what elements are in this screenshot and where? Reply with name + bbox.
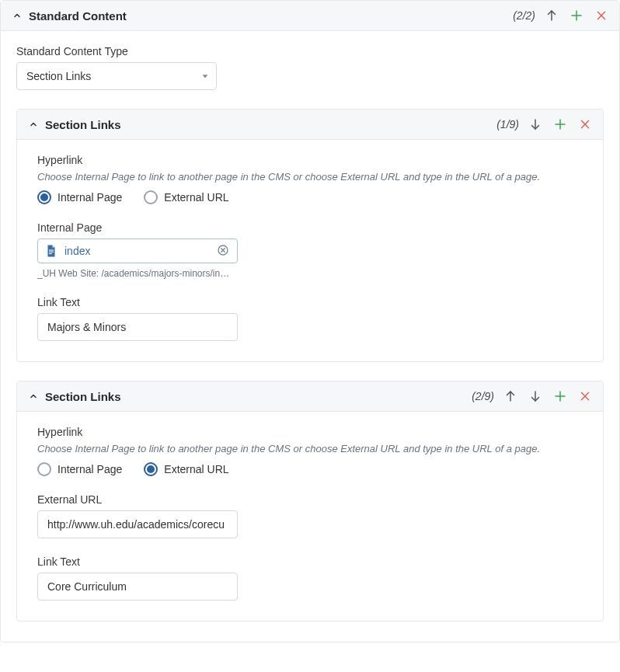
panel-actions (545, 9, 608, 23)
hyperlink-radio-group: Internal Page External URL (37, 462, 583, 476)
chevron-up-icon[interactable] (28, 391, 39, 402)
panel-count: (2/2) (513, 9, 535, 22)
remove-icon[interactable] (578, 117, 592, 131)
standard-content-type-label: Standard Content Type (16, 45, 604, 57)
internal-page-value: index (64, 245, 211, 257)
hyperlink-help: Choose Internal Page to link to another … (37, 171, 583, 183)
radio-icon (144, 462, 158, 476)
radio-icon (37, 462, 51, 476)
panel-title: Standard Content (29, 9, 513, 23)
section-links-body: Hyperlink Choose Internal Page to link t… (17, 412, 603, 621)
external-url-input[interactable] (37, 510, 238, 538)
radio-label: Internal Page (57, 463, 122, 475)
radio-label: External URL (164, 463, 228, 475)
link-text-input[interactable] (37, 573, 238, 601)
hyperlink-label: Hyperlink (37, 426, 583, 438)
link-text-label: Link Text (37, 555, 583, 568)
panel-count: (1/9) (496, 118, 519, 131)
move-down-icon[interactable] (528, 117, 542, 131)
radio-internal-page[interactable]: Internal Page (37, 462, 122, 476)
add-icon[interactable] (553, 117, 567, 131)
link-text-input[interactable] (37, 313, 238, 341)
panel-actions (528, 117, 592, 131)
chevron-up-icon[interactable] (12, 10, 23, 21)
radio-label: External URL (164, 191, 228, 204)
panel-title: Section Links (45, 390, 472, 403)
select-value[interactable]: Section Links (16, 62, 217, 90)
radio-icon (144, 190, 158, 204)
standard-content-body: Standard Content Type Section Links Sect… (1, 31, 619, 642)
chevron-up-icon[interactable] (28, 119, 39, 130)
add-icon[interactable] (553, 389, 567, 403)
panel-count: (2/9) (472, 390, 494, 402)
link-text-label: Link Text (37, 296, 583, 308)
radio-icon (37, 190, 51, 204)
add-icon[interactable] (569, 9, 583, 23)
internal-page-label: Internal Page (37, 221, 583, 234)
remove-icon[interactable] (594, 9, 608, 23)
radio-external-url[interactable]: External URL (144, 190, 228, 204)
internal-page-path: _UH Web Site: /academics/majors-minors/i… (37, 268, 238, 279)
radio-label: Internal Page (57, 191, 122, 204)
section-links-panel: Section Links (1/9) Hyperlink Choose Int… (16, 109, 604, 362)
standard-content-panel: Standard Content (2/2) Standard Content … (0, 0, 620, 642)
standard-content-header: Standard Content (2/2) (1, 1, 619, 31)
section-links-body: Hyperlink Choose Internal Page to link t… (17, 140, 603, 361)
move-up-icon[interactable] (545, 9, 559, 23)
move-down-icon[interactable] (528, 389, 542, 403)
panel-title: Section Links (45, 118, 496, 131)
radio-internal-page[interactable]: Internal Page (37, 190, 122, 204)
radio-external-url[interactable]: External URL (144, 462, 228, 476)
svg-rect-13 (49, 253, 52, 254)
section-links-header: Section Links (2/9) (17, 381, 603, 412)
standard-content-type-select[interactable]: Section Links (16, 62, 217, 90)
section-links-panel: Section Links (2/9) Hyperlink Choose Int… (16, 381, 604, 622)
move-up-icon[interactable] (503, 389, 517, 403)
svg-rect-12 (49, 252, 54, 252)
external-url-label: External URL (37, 493, 583, 506)
section-links-header: Section Links (1/9) (17, 110, 603, 140)
svg-rect-11 (49, 250, 54, 251)
hyperlink-radio-group: Internal Page External URL (37, 190, 583, 204)
file-icon (44, 244, 58, 258)
remove-icon[interactable] (578, 389, 592, 403)
hyperlink-help: Choose Internal Page to link to another … (37, 443, 583, 454)
panel-actions (503, 389, 592, 403)
clear-icon[interactable] (217, 244, 231, 258)
hyperlink-label: Hyperlink (37, 154, 583, 166)
internal-page-picker[interactable]: index (37, 239, 238, 263)
